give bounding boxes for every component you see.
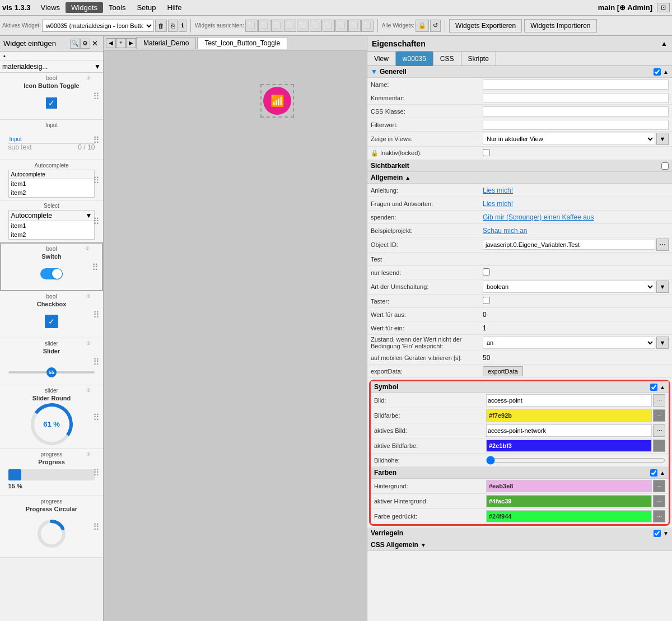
prop-spenden-link[interactable]: Gib mir (Scrounger) einen Kaffee aus xyxy=(483,213,594,221)
prop-bild-btn[interactable]: ⋯ xyxy=(653,394,665,407)
drag-handle-0[interactable]: ⠿ xyxy=(93,91,100,101)
section-css-allgemein-arrow[interactable]: ▼ xyxy=(421,542,426,548)
section-allgemein-header[interactable]: Allgemein ▲ xyxy=(367,172,672,184)
drag-handle-4[interactable]: ⠿ xyxy=(92,262,99,272)
align-distribute-v-button[interactable]: ⬜ xyxy=(335,20,348,32)
canvas-nav-back[interactable]: ◀ xyxy=(106,38,116,48)
section-verriegeln-checkbox[interactable] xyxy=(654,530,661,537)
prop-fragen-link[interactable]: Lies mich! xyxy=(483,200,513,208)
prop-export-btn[interactable]: exportData xyxy=(483,366,523,376)
align-bottom-button[interactable]: ⬜ xyxy=(310,20,322,32)
menu-hilfe[interactable]: Hilfe xyxy=(161,2,187,13)
drag-handle-5[interactable]: ⠿ xyxy=(93,309,100,320)
section-css-allgemein-header[interactable]: CSS Allgemein ▼ xyxy=(367,539,672,551)
widget-item-autocomplete[interactable]: Autocomplete Autocomplete item1 item2 ⠿ xyxy=(0,160,103,200)
align-top-button[interactable]: ⬜ xyxy=(284,20,296,32)
align-center-v-button[interactable]: ⬜ xyxy=(297,20,309,32)
prop-aktive-bildfarbe-btn[interactable]: ⋯ xyxy=(653,440,665,452)
widget-item-switch[interactable]: bool Switch ⠿ ① xyxy=(0,242,103,291)
widget-item-slider[interactable]: slider Slider 55 ⠿ ① xyxy=(0,338,103,385)
section-verriegeln-header[interactable]: Verriegeln ▼ xyxy=(367,527,672,539)
prop-aktiver-hintergrund-swatch[interactable]: #4fac39 xyxy=(486,495,652,507)
prop-beispielprojekt-link[interactable]: Schau mich an xyxy=(483,227,527,235)
prop-zustand-btn[interactable]: ▼ xyxy=(656,337,669,349)
menu-tools[interactable]: Tools xyxy=(103,2,131,13)
sidebar-search-button[interactable]: 🔍 xyxy=(70,39,80,49)
section-verriegeln-arrow[interactable]: ▼ xyxy=(663,530,669,536)
prop-hintergrund-btn[interactable]: ⋯ xyxy=(653,480,665,492)
lock-all-button[interactable]: 🔒 xyxy=(416,20,429,32)
widget-lib-arrow-icon[interactable]: ▼ xyxy=(94,63,101,71)
canvas-nav-forward[interactable]: ▶ xyxy=(126,38,136,48)
import-widgets-button[interactable]: Widgets Importieren xyxy=(524,19,596,32)
canvas-content[interactable]: 📶 xyxy=(104,50,367,621)
canvas-tab-material-demo[interactable]: Material_Demo xyxy=(136,37,196,49)
canvas-widget-w00035[interactable]: 📶 xyxy=(260,84,294,118)
sidebar-scroll[interactable]: bool Icon Button Toggle ✓ ⠿ ① Input Inpu… xyxy=(0,73,103,621)
menu-widgets[interactable]: Widgets xyxy=(66,2,103,13)
prop-bild-input[interactable] xyxy=(486,394,652,407)
widget-item-slider-round[interactable]: slider Slider Round 61 % ⠿ ① xyxy=(0,385,103,449)
widget-item-input[interactable]: Input Input sub text 0 / 10 ⠿ xyxy=(0,120,103,160)
widget-item-select[interactable]: Select Autocomplete▼ item1 item2 ⠿ xyxy=(0,200,103,242)
prop-art-btn[interactable]: ▼ xyxy=(656,281,669,293)
sidebar-settings-button[interactable]: ⚙ xyxy=(80,39,90,49)
drag-handle-1[interactable]: ⠿ xyxy=(93,134,100,145)
prop-bildfarbe-btn[interactable]: ⋯ xyxy=(653,409,665,422)
prop-aktive-bildfarbe-swatch[interactable]: #2c1bf3 xyxy=(486,440,652,452)
prop-object-id-browse-button[interactable]: ⋯ xyxy=(656,239,669,251)
section-farben-arrow[interactable]: ▲ xyxy=(660,470,665,476)
delete-widget-button[interactable]: 🗑 xyxy=(155,20,167,32)
tab-skripte[interactable]: Skripte xyxy=(461,52,496,66)
active-widget-select[interactable]: w00035 (materialdesign - Icon Button Tog xyxy=(42,20,154,32)
drag-handle-3[interactable]: ⠿ xyxy=(93,216,100,227)
section-symbol-checkbox[interactable] xyxy=(650,384,657,391)
prop-hintergrund-swatch[interactable]: #eab3e8 xyxy=(486,480,652,492)
align-same-height-button[interactable]: ⬜ xyxy=(361,20,374,32)
section-sichtbarkeit-header[interactable]: Sichtbarkeit xyxy=(367,160,672,172)
refresh-all-button[interactable]: ↺ xyxy=(430,20,441,32)
prop-aktives-bild-btn[interactable]: ⋯ xyxy=(653,424,665,437)
prop-bildfarbe-swatch[interactable]: #f7e92b xyxy=(486,409,652,422)
align-left-button[interactable]: ⬜ xyxy=(245,20,258,32)
window-maximize-button[interactable]: ⊡ xyxy=(657,3,670,12)
section-sichtbarkeit-checkbox[interactable] xyxy=(661,162,669,170)
prop-zustand-select[interactable]: an xyxy=(483,337,655,349)
prop-taster-checkbox[interactable] xyxy=(483,297,490,304)
menu-setup[interactable]: Setup xyxy=(131,2,161,13)
export-widgets-button[interactable]: Widgets Exportieren xyxy=(449,19,522,32)
drag-handle-2[interactable]: ⠿ xyxy=(93,175,100,185)
widget-item-progress-circular[interactable]: progress Progress Circular ⠿ xyxy=(0,496,103,558)
align-right-button[interactable]: ⬜ xyxy=(271,20,283,32)
canvas-tab-test-icon[interactable]: Test_Icon_Button_Toggle xyxy=(197,37,287,49)
prop-name-input[interactable] xyxy=(483,80,669,90)
drag-handle-6[interactable]: ⠿ xyxy=(93,356,100,367)
section-farben-header[interactable]: Farben ▲ xyxy=(371,467,669,479)
align-distribute-h-button[interactable]: ⬜ xyxy=(323,20,335,32)
menu-views[interactable]: Views xyxy=(35,2,66,13)
section-farben-checkbox[interactable] xyxy=(650,469,657,477)
prop-aktiver-hintergrund-btn[interactable]: ⋯ xyxy=(653,495,665,507)
section-allgemein-arrow-icon[interactable]: ▲ xyxy=(405,175,410,181)
right-panel-collapse[interactable]: ▲ xyxy=(661,40,668,48)
section-symbol-arrow[interactable]: ▲ xyxy=(660,384,665,390)
info-widget-button[interactable]: ℹ xyxy=(179,20,186,32)
prop-farbe-gedrueckt-swatch[interactable]: #24f944 xyxy=(486,510,652,522)
props-scroll[interactable]: ▼ Generell ▲ Name: Kommentar: xyxy=(367,66,672,621)
drag-handle-9[interactable]: ⠿ xyxy=(93,521,100,532)
prop-css-klasse-input[interactable] xyxy=(483,106,669,116)
prop-bildhoehe-slider[interactable] xyxy=(486,456,665,465)
prop-anleitung-link[interactable]: Lies mich! xyxy=(483,186,513,194)
prop-object-id-input[interactable] xyxy=(483,240,655,250)
widget-item-progress[interactable]: progress Progress 15 % ⠿ ① xyxy=(0,449,103,496)
widget-item-icon-button-toggle[interactable]: bool Icon Button Toggle ✓ ⠿ ① xyxy=(0,73,103,120)
widget-item-checkbox[interactable]: bool Checkbox ✓ ⠿ ① xyxy=(0,291,103,338)
align-center-h-button[interactable]: ⬜ xyxy=(258,20,270,32)
prop-zeige-select[interactable]: Nur in aktueller View xyxy=(483,133,655,145)
copy-widget-button[interactable]: ⎘ xyxy=(168,20,178,32)
prop-art-select[interactable]: boolean xyxy=(483,281,655,293)
section-generell-checkbox[interactable] xyxy=(654,68,661,76)
tab-view[interactable]: View xyxy=(367,52,396,66)
drag-handle-8[interactable]: ⠿ xyxy=(93,467,100,478)
prop-nur-lesend-checkbox[interactable] xyxy=(483,268,490,276)
